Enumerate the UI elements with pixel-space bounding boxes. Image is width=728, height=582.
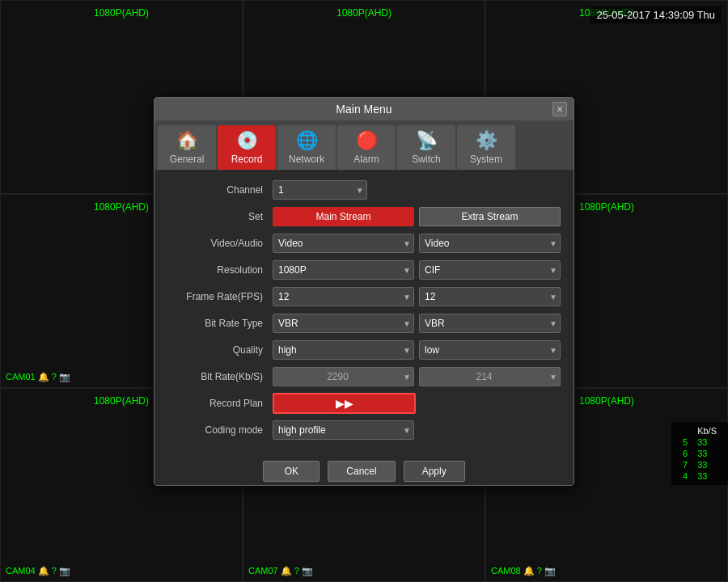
cancel-button[interactable]: Cancel (328, 461, 395, 482)
tab-record-label: Record (231, 154, 263, 165)
bit-rate-type-controls: VBRCBR ▼ VBRCBR ▼ (273, 314, 561, 333)
system-icon: ⚙️ (476, 130, 497, 151)
main-stream-button[interactable]: Main Stream (273, 207, 414, 226)
tab-switch[interactable]: 📡 Switch (397, 125, 455, 170)
main-bitrate-field (273, 367, 414, 386)
extra-brt-wrapper: VBRCBR ▼ (419, 314, 561, 333)
extra-video-audio-select[interactable]: VideoAudioVideo/Audio (419, 234, 561, 253)
alarm-icon: 🔴 (356, 130, 378, 151)
main-video-audio-select[interactable]: VideoAudioVideo/Audio (273, 234, 414, 253)
main-quality-select[interactable]: highmediumlow (273, 340, 414, 360)
tab-network-label: Network (289, 154, 324, 165)
bit-rate-type-label: Bit Rate Type (167, 318, 273, 329)
frame-rate-row: Frame Rate(FPS) 1215202530 ▼ 12152025 ▼ (167, 286, 561, 307)
tab-system[interactable]: ⚙️ System (457, 125, 515, 170)
general-icon: 🏠 (176, 130, 198, 151)
quality-controls: highmediumlow ▼ lowmediumhigh ▼ (273, 340, 561, 360)
bit-rate-label: Bit Rate(Kb/S) (167, 371, 273, 382)
record-icon: 💿 (236, 130, 258, 151)
main-fps-wrapper: 1215202530 ▼ (273, 287, 414, 306)
main-brt-wrapper: VBRCBR ▼ (273, 314, 414, 333)
set-label: Set (167, 211, 273, 222)
main-resolution-select[interactable]: 1080P720PD1CIF (273, 260, 414, 280)
switch-icon: 📡 (416, 130, 438, 151)
video-audio-label: Video/Audio (167, 238, 273, 249)
extra-stream-button[interactable]: Extra Stream (419, 207, 561, 226)
ok-button[interactable]: OK (263, 461, 320, 482)
channel-select-wrapper: 1234 5678 ▼ (273, 180, 367, 200)
dialog-footer: OK Cancel Apply (154, 454, 574, 485)
dialog-title-text: Main Menu (336, 103, 392, 116)
extra-fps-wrapper: 12152025 ▼ (419, 287, 561, 306)
tab-general-label: General (170, 154, 205, 165)
tab-network[interactable]: 🌐 Network (277, 125, 336, 170)
extra-quality-wrapper: lowmediumhigh ▼ (419, 340, 561, 360)
quality-row: Quality highmediumlow ▼ lowmediumhigh ▼ (167, 340, 561, 361)
quality-label: Quality (167, 344, 273, 356)
record-plan-button[interactable]: ▶▶ (273, 393, 416, 414)
video-audio-controls: VideoAudioVideo/Audio ▼ VideoAudioVideo/… (273, 234, 561, 253)
record-plan-spacer (421, 393, 561, 414)
extra-bitrate-wrapper: ▼ (419, 367, 561, 386)
main-menu-dialog: Main Menu × 🏠 General 💿 Record 🌐 Network… (154, 97, 574, 486)
tab-record[interactable]: 💿 Record (218, 125, 276, 170)
main-coding-mode-wrapper: high profilemain profilebaseline ▼ (273, 420, 414, 440)
extra-bitrate-field (419, 367, 561, 386)
record-plan-row: Record Plan ▶▶ (167, 393, 561, 414)
tab-alarm[interactable]: 🔴 Alarm (337, 125, 396, 170)
extra-video-wrapper: VideoAudioVideo/Audio ▼ (419, 234, 561, 253)
coding-mode-controls: high profilemain profilebaseline ▼ (273, 420, 561, 440)
channel-controls: 1234 5678 ▼ (273, 180, 561, 200)
channel-spacer (372, 180, 561, 200)
frame-rate-controls: 1215202530 ▼ 12152025 ▼ (273, 287, 561, 306)
set-controls: Main Stream Extra Stream (273, 207, 561, 226)
network-icon: 🌐 (296, 130, 318, 151)
bit-rate-row: Bit Rate(Kb/S) ▼ ▼ (167, 366, 561, 387)
tab-switch-label: Switch (412, 154, 440, 165)
main-bit-rate-type-select[interactable]: VBRCBR (273, 314, 414, 333)
record-plan-label: Record Plan (167, 398, 273, 409)
coding-mode-spacer (419, 420, 561, 440)
resolution-label: Resolution (167, 264, 273, 276)
frame-rate-label: Frame Rate(FPS) (167, 291, 273, 302)
dialog-title-bar: Main Menu × (154, 98, 574, 120)
record-plan-icon: ▶▶ (336, 397, 353, 410)
main-coding-mode-select[interactable]: high profilemain profilebaseline (273, 420, 414, 440)
main-quality-wrapper: highmediumlow ▼ (273, 340, 414, 360)
extra-quality-select[interactable]: lowmediumhigh (419, 340, 561, 360)
channel-select[interactable]: 1234 5678 (273, 180, 367, 200)
extra-resolution-select[interactable]: CIF720PD11080P (419, 260, 561, 280)
tab-bar: 🏠 General 💿 Record 🌐 Network 🔴 Alarm 📡 S… (154, 120, 574, 170)
resolution-row: Resolution 1080P720PD1CIF ▼ CIF720PD1108… (167, 259, 561, 280)
coding-mode-label: Coding mode (167, 424, 273, 436)
video-audio-row: Video/Audio VideoAudioVideo/Audio ▼ Vide… (167, 233, 561, 254)
coding-mode-row: Coding mode high profilemain profilebase… (167, 420, 561, 441)
resolution-controls: 1080P720PD1CIF ▼ CIF720PD11080P ▼ (273, 260, 561, 280)
main-bitrate-wrapper: ▼ (273, 367, 414, 386)
tab-system-label: System (470, 154, 502, 165)
modal-overlay: Main Menu × 🏠 General 💿 Record 🌐 Network… (0, 0, 728, 582)
tab-general[interactable]: 🏠 General (158, 125, 216, 170)
set-row: Set Main Stream Extra Stream (167, 206, 561, 227)
extra-resolution-wrapper: CIF720PD11080P ▼ (419, 260, 561, 280)
tab-alarm-label: Alarm (353, 154, 379, 165)
extra-bit-rate-type-select[interactable]: VBRCBR (419, 314, 561, 333)
bit-rate-controls: ▼ ▼ (273, 367, 561, 386)
main-fps-select[interactable]: 1215202530 (273, 287, 414, 306)
dialog-content: Channel 1234 5678 ▼ Set Main Strea (154, 170, 574, 454)
main-video-wrapper: VideoAudioVideo/Audio ▼ (273, 234, 414, 253)
dialog-close-button[interactable]: × (552, 102, 567, 116)
record-plan-controls: ▶▶ (273, 393, 561, 414)
channel-label: Channel (167, 184, 273, 196)
extra-fps-select[interactable]: 12152025 (419, 287, 561, 306)
main-resolution-wrapper: 1080P720PD1CIF ▼ (273, 260, 414, 280)
apply-button[interactable]: Apply (404, 461, 465, 482)
channel-row: Channel 1234 5678 ▼ (167, 179, 561, 200)
bit-rate-type-row: Bit Rate Type VBRCBR ▼ VBRCBR ▼ (167, 313, 561, 334)
